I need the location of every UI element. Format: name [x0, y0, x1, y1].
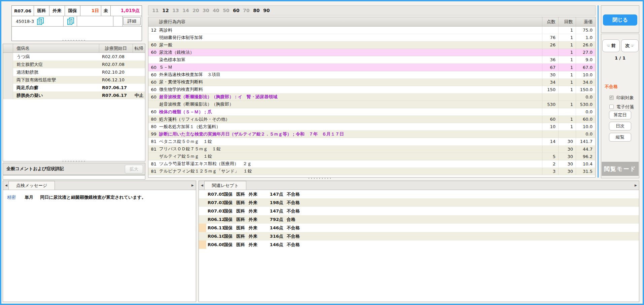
treatment-price: 530.0: [576, 101, 595, 108]
code-tab-50[interactable]: 50: [222, 8, 230, 13]
disease-row-marker: [3, 84, 13, 91]
treatment-price: 141.7: [576, 138, 595, 145]
related-receipt-row[interactable]: R07.05国保医科外来147点不合格: [199, 190, 639, 198]
code-tab-12[interactable]: 12: [161, 8, 170, 13]
treatment-points: 36: [542, 56, 558, 63]
treatment-row[interactable]: 60外来迅速検体検査加算 ３項目30110.0: [148, 71, 595, 79]
receipt-total-points: 1,019点: [111, 6, 142, 16]
splitter-grip[interactable]: [63, 40, 86, 41]
receipt-header-row: R07.06 医科 外来 国保 1日 未 1,019点: [12, 6, 142, 16]
treatment-points: [542, 93, 558, 101]
daily-button[interactable]: 日次: [609, 122, 631, 130]
disease-table-header: 傷病名 診療開始日 転帰: [3, 44, 145, 53]
treatment-row[interactable]: 60尿・糞便等検査判断料34134.0: [148, 79, 595, 86]
prev-button[interactable]: ☜ 前: [602, 39, 620, 52]
disease-marker-header: [3, 44, 13, 52]
treatment-row[interactable]: 明細書発行体制等加算7611.0: [148, 34, 595, 41]
treatment-row[interactable]: 99診断に用いた主な検査の実施年月日（ザルティア錠２．５ｍｇ等）；令和 ７年 ６…: [148, 130, 595, 138]
treatment-code: 81: [148, 139, 158, 144]
treatment-row[interactable]: 12再診料175.0: [148, 27, 595, 34]
tab-scroll-left-icon[interactable]: ◀: [201, 183, 203, 188]
related-points: 198点: [261, 200, 283, 206]
tab-related-receipt[interactable]: 関連レセプト: [204, 181, 246, 190]
code-tab-14[interactable]: 14: [181, 8, 190, 13]
view-mode-badge: 閲覧モード: [602, 162, 639, 176]
check-message-row[interactable]: 精密 単月 同日に尿沈渣と細菌顕微鏡検査が算定されています。: [3, 190, 196, 200]
document-copy-icon[interactable]: [67, 17, 74, 25]
receipt-period: R07.06: [12, 6, 34, 16]
code-tab-40[interactable]: 40: [212, 8, 220, 13]
calc-date-button[interactable]: 算定日: [609, 111, 631, 119]
treatment-row[interactable]: ザルティア錠５ｍｇ １錠53096.2: [148, 153, 595, 160]
treatment-row[interactable]: 染色標本加算3619.0: [148, 56, 595, 64]
treatment-row[interactable]: 60尿一般26126.0: [148, 41, 595, 49]
treatment-row[interactable]: 80一般名処方加算１（処方箋料）10110.0: [148, 123, 595, 130]
disease-row[interactable]: 膀胱炎の疑いR07.06.17中止: [3, 91, 145, 99]
treatment-count: 30: [558, 153, 576, 160]
checkbox-label: 電子付箋: [616, 104, 634, 110]
related-receipt-row[interactable]: R06.08国保医科外来146点不合格: [199, 240, 639, 249]
treatment-price: 9.0: [576, 56, 595, 63]
treatment-name: 超音波検査（断層撮影法）（胸腹部）: [158, 101, 542, 107]
treatment-row[interactable]: 60Ｓ－Ｍ67167.0: [148, 64, 595, 71]
disease-row[interactable]: 両足爪白癬R07.06.17: [3, 84, 145, 91]
checkbox-digital-sticky[interactable]: 電子付箋: [601, 102, 639, 111]
disease-row-marker: [3, 91, 13, 99]
disease-row[interactable]: うつ病R02.07.08: [3, 53, 145, 61]
treatment-row[interactable]: 60尿沈渣（鏡検法）127.0: [148, 49, 595, 56]
treatment-row[interactable]: 81ベタニス錠５０ｍｇ １錠1430141.7: [148, 138, 595, 145]
related-receipt-row[interactable]: R07.01国保医科外来147点不合格: [199, 207, 639, 215]
treatment-row[interactable]: 81ツムラ芍薬甘草湯エキス顆粒（医療用） ２ｇ23010.4: [148, 160, 595, 168]
treatment-count: 1: [558, 41, 576, 48]
treatment-row[interactable]: 81テルビナフィン錠１２５ｍｇ「サンド」 １錠33031.5: [148, 168, 595, 175]
sidebar-buttons: 算定日日次縦覧: [601, 111, 639, 142]
tab-scroll-right-icon[interactable]: ▶: [191, 183, 194, 188]
treatment-row[interactable]: 60検体の種類（Ｓ－Ｍ）；爪0.0: [148, 108, 595, 116]
code-tab-70[interactable]: 70: [242, 8, 251, 13]
tab-check-message[interactable]: 点検メッセージ: [8, 181, 55, 190]
code-tab-20[interactable]: 20: [191, 8, 200, 13]
next-button[interactable]: 次 ☞: [621, 39, 639, 52]
code-tab-60[interactable]: 60: [232, 8, 241, 13]
tab-scroll-right-icon[interactable]: ▶: [635, 183, 637, 188]
empty-cell: [77, 16, 113, 26]
treatment-row[interactable]: 超音波検査（断層撮影法）（胸腹部）5301530.0: [148, 101, 595, 108]
treatment-price: 0.0: [576, 93, 595, 101]
code-tab-30[interactable]: 30: [202, 8, 210, 13]
disease-row[interactable]: 前立腺肥大症R02.07.08: [3, 61, 145, 68]
document-copy-icon[interactable]: [37, 17, 43, 25]
related-points: 792点: [261, 217, 283, 223]
disease-row[interactable]: 過活動膀胱R02.10.20: [3, 68, 145, 76]
treatment-row[interactable]: 80処方箋料（リフィル以外・その他）60160.0: [148, 116, 595, 123]
treatment-count: 1: [558, 27, 576, 34]
related-receipt-row[interactable]: R06.10国保医科外来316点不合格: [199, 232, 639, 240]
treatment-row[interactable]: 60微生物学的検査判断料1501150.0: [148, 86, 595, 93]
close-button[interactable]: 閉じる: [603, 14, 637, 26]
expand-button[interactable]: 拡大: [125, 165, 143, 174]
related-receipt-row[interactable]: R06.12国保医科外来792点合格: [199, 215, 639, 224]
treatment-row[interactable]: 60超音波検査（断層撮影法）（胸腹部）：イ 腎・泌尿器領域0.0: [148, 93, 595, 101]
code-tab-13[interactable]: 13: [171, 8, 180, 13]
checkbox-print-target[interactable]: 印刷対象: [601, 93, 639, 102]
splitter-grip[interactable]: [309, 178, 332, 179]
tab-scroll-left-icon[interactable]: ◀: [5, 183, 7, 188]
code-tab-90[interactable]: 90: [262, 8, 271, 13]
splitter-grip[interactable]: [63, 161, 86, 162]
code-tab-11[interactable]: 11: [151, 8, 160, 13]
sidebar-main-box: ☜ 前 次 ☞ 1 / 1 不合格 印刷対象電子付箋 算定日日次縦覧 閲覧モード: [601, 34, 639, 178]
detail-button[interactable]: 詳細: [123, 17, 141, 25]
code-tab-80[interactable]: 80: [252, 8, 261, 13]
treatment-row[interactable]: 81フリバスＯＤ錠７５ｍｇ １錠3044.7: [148, 146, 595, 153]
longitudinal-button[interactable]: 縦覧: [609, 133, 631, 142]
related-receipt-row[interactable]: R07.03国保医科外来198点不合格: [199, 198, 639, 207]
related-row-marker: [199, 190, 206, 198]
related-receipt-row[interactable]: R06.11国保医科外来146点不合格: [199, 224, 639, 232]
panel-splitter[interactable]: [598, 5, 599, 178]
disease-row[interactable]: 両下肢有痛性筋痙攣R06.12.10: [3, 76, 145, 84]
comment-input[interactable]: [3, 175, 145, 180]
treatment-price: 67.0: [576, 64, 595, 71]
related-category: 医科: [236, 225, 249, 231]
treatment-name: 超音波検査（断層撮影法）（胸腹部）：イ 腎・泌尿器領域: [158, 94, 542, 100]
treatment-code: 60: [148, 94, 158, 100]
related-row-marker: [199, 232, 206, 240]
